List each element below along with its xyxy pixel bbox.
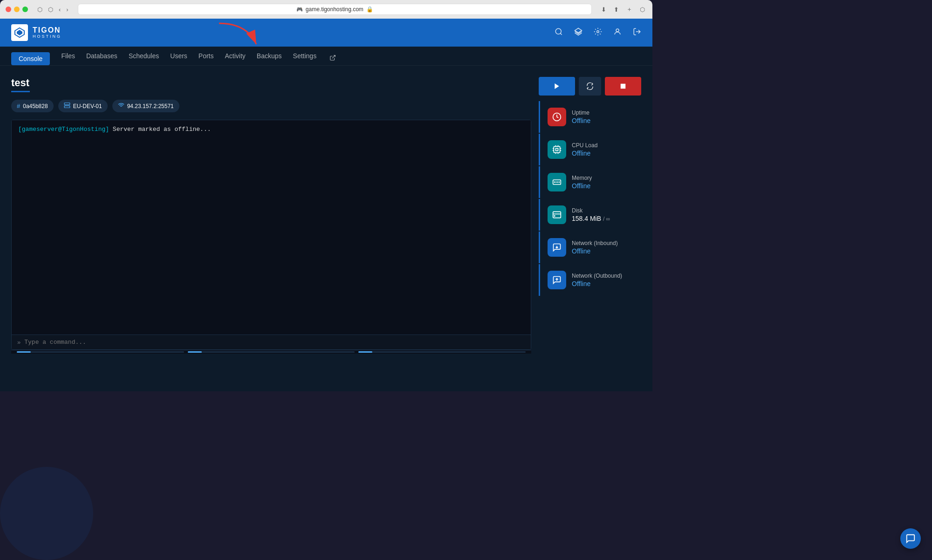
stop-button[interactable] bbox=[605, 77, 641, 96]
tab-backups[interactable]: Backups bbox=[257, 52, 282, 65]
console-input[interactable] bbox=[24, 339, 525, 346]
console-input-row[interactable]: » bbox=[12, 335, 531, 349]
server-icon bbox=[64, 102, 70, 110]
server-node: EU-DEV-01 bbox=[73, 103, 102, 109]
server-title: test bbox=[11, 77, 531, 89]
console-message: Server marked as offline... bbox=[109, 126, 211, 133]
stat-uptime: Uptime Offline bbox=[539, 101, 641, 133]
scrollbar-thumb-2[interactable] bbox=[188, 351, 202, 353]
console-prompt: [gameserver@TigonHosting] bbox=[18, 126, 109, 133]
scrollbar-thumb-1[interactable] bbox=[17, 351, 31, 353]
traffic-lights bbox=[6, 7, 28, 12]
scrollbar-track-3[interactable] bbox=[358, 351, 526, 353]
network-in-icon bbox=[548, 238, 566, 257]
stat-disk: Disk 158.4 MiB / ∞ bbox=[539, 199, 641, 231]
tab-databases[interactable]: Databases bbox=[86, 52, 117, 65]
memory-value: Offline bbox=[572, 182, 634, 190]
download-icon[interactable]: ⬇ bbox=[599, 4, 608, 14]
minimize-button[interactable] bbox=[14, 7, 20, 12]
network-in-value: Offline bbox=[572, 247, 634, 255]
brand-text: TIGON HOSTING bbox=[33, 26, 62, 39]
stat-memory: Memory Offline bbox=[539, 166, 641, 198]
network-out-info: Network (Outbound) Offline bbox=[572, 273, 634, 287]
new-tab-icon[interactable]: ＋ bbox=[624, 4, 634, 14]
uptime-info: Uptime Offline bbox=[572, 109, 634, 124]
uptime-icon bbox=[548, 108, 566, 126]
svg-point-5 bbox=[616, 29, 619, 32]
network-out-value: Offline bbox=[572, 280, 634, 287]
network-in-label: Network (Inbound) bbox=[572, 240, 634, 246]
disk-label: Disk bbox=[572, 207, 634, 214]
svg-rect-17 bbox=[554, 146, 560, 152]
restart-button[interactable] bbox=[579, 77, 601, 96]
scrollbar-area bbox=[11, 350, 531, 354]
toggle-button[interactable]: ⬡ bbox=[46, 5, 55, 14]
tab-files[interactable]: Files bbox=[61, 52, 75, 65]
disk-icon bbox=[548, 205, 566, 224]
svg-point-34 bbox=[554, 216, 555, 217]
network-in-info: Network (Inbound) Offline bbox=[572, 240, 634, 255]
server-badges: # 0a45b828 EU-DEV-01 bbox=[11, 100, 531, 112]
uptime-value: Offline bbox=[572, 117, 634, 124]
memory-icon bbox=[548, 173, 566, 191]
console-output: [gameserver@TigonHosting] Server marked … bbox=[12, 120, 531, 335]
search-icon[interactable] bbox=[555, 27, 563, 38]
server-id: 0a45b828 bbox=[23, 103, 48, 109]
browser-actions: ⬇ ⬆ ＋ ⬡ bbox=[599, 4, 647, 14]
disk-value: 158.4 MiB / ∞ bbox=[572, 215, 634, 222]
cpu-value: Offline bbox=[572, 150, 634, 157]
svg-rect-32 bbox=[553, 212, 561, 218]
tab-ports[interactable]: Ports bbox=[199, 52, 214, 65]
browser-back[interactable]: ‹ bbox=[57, 5, 62, 14]
uptime-label: Uptime bbox=[572, 109, 634, 116]
logout-icon[interactable] bbox=[633, 27, 641, 38]
tab-activity[interactable]: Activity bbox=[225, 52, 246, 65]
badge-ip: 94.23.157.2:25571 bbox=[112, 100, 179, 112]
top-nav: TIGON HOSTING bbox=[0, 19, 652, 47]
title-underline bbox=[11, 91, 30, 92]
server-ip: 94.23.157.2:25571 bbox=[127, 103, 174, 109]
scrollbar-thumb-3[interactable] bbox=[358, 351, 372, 353]
external-link-icon[interactable] bbox=[329, 55, 336, 63]
tab-users[interactable]: Users bbox=[170, 52, 187, 65]
app-container: TIGON HOSTING bbox=[0, 19, 652, 391]
badge-id: # 0a45b828 bbox=[11, 100, 54, 112]
scrollbar-track-1[interactable] bbox=[17, 351, 184, 353]
svg-rect-27 bbox=[553, 180, 561, 184]
site-icon: 🎮 bbox=[296, 7, 303, 13]
layers-icon[interactable] bbox=[574, 27, 582, 38]
tab-console[interactable]: Console bbox=[11, 52, 50, 65]
tab-section: Console Files Databases Schedules Users … bbox=[0, 47, 652, 66]
svg-line-7 bbox=[332, 55, 335, 58]
account-icon[interactable] bbox=[613, 27, 622, 38]
share-icon[interactable]: ⬆ bbox=[612, 4, 621, 14]
chevron-icon: » bbox=[17, 339, 21, 346]
hash-icon: # bbox=[17, 102, 20, 109]
svg-marker-1 bbox=[17, 30, 22, 35]
url-text: game.tigonhosting.com bbox=[306, 6, 363, 13]
cpu-label: CPU Load bbox=[572, 142, 634, 149]
svg-rect-10 bbox=[64, 106, 70, 108]
main-panel: test # 0a45b828 EU-DEV-01 bbox=[11, 77, 531, 354]
address-bar[interactable]: 🎮 game.tigonhosting.com 🔒 bbox=[78, 4, 592, 15]
network-out-icon bbox=[548, 271, 566, 289]
scrollbar-track-2[interactable] bbox=[188, 351, 355, 353]
tab-settings[interactable]: Settings bbox=[293, 52, 317, 65]
windows-icon[interactable]: ⬡ bbox=[638, 4, 647, 14]
memory-label: Memory bbox=[572, 175, 634, 181]
brand-name: TIGON bbox=[33, 26, 62, 34]
memory-info: Memory Offline bbox=[572, 175, 634, 190]
close-button[interactable] bbox=[6, 7, 11, 12]
svg-point-2 bbox=[555, 28, 561, 34]
settings-icon[interactable] bbox=[594, 27, 602, 38]
lock-icon: 🔒 bbox=[366, 6, 373, 13]
browser-forward[interactable]: › bbox=[64, 5, 70, 14]
content-area: test # 0a45b828 EU-DEV-01 bbox=[0, 66, 652, 354]
maximize-button[interactable] bbox=[22, 7, 28, 12]
cpu-info: CPU Load Offline bbox=[572, 142, 634, 157]
nav-icons bbox=[555, 27, 641, 38]
tab-schedules[interactable]: Schedules bbox=[129, 52, 159, 65]
svg-point-4 bbox=[597, 30, 599, 33]
start-button[interactable] bbox=[539, 77, 575, 96]
back-button[interactable]: ⬡ bbox=[35, 5, 44, 14]
